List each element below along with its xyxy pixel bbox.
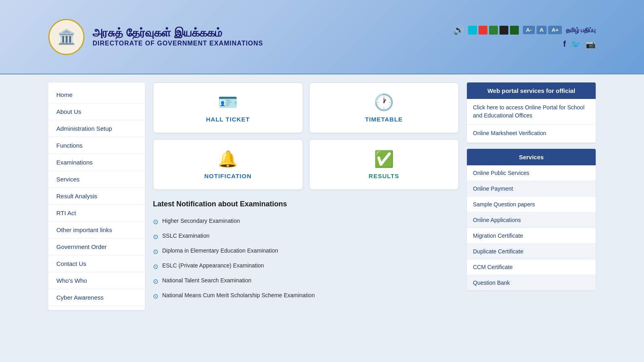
sidebar: Home About Us Administration Setup Funct… bbox=[48, 82, 145, 310]
sidebar-item-contact-us[interactable]: Contact Us bbox=[48, 255, 145, 272]
font-controls: A- A A+ bbox=[523, 26, 562, 34]
sidebar-item-govt-order[interactable]: Government Order bbox=[48, 239, 145, 255]
portal-link-1[interactable]: Click here to access Online Portal for S… bbox=[467, 99, 596, 125]
notif-item-3[interactable]: ⊙ Diploma in Elementary Education Examin… bbox=[153, 244, 459, 259]
notification-icon: 🔔 bbox=[218, 150, 238, 169]
notif-item-6[interactable]: ⊙ National Means Cum Merit Scholarship S… bbox=[153, 289, 459, 304]
sidebar-item-functions[interactable]: Functions bbox=[48, 137, 145, 154]
service-online-public[interactable]: Online Public Services bbox=[467, 165, 596, 181]
results-icon: ✅ bbox=[374, 150, 394, 169]
service-question-bank[interactable]: Question Bank bbox=[467, 275, 596, 290]
tamil-language-button[interactable]: தமிழ் பதிப்பு bbox=[566, 27, 596, 34]
results-card[interactable]: ✅ RESULTS bbox=[309, 139, 459, 190]
facebook-icon[interactable]: f bbox=[563, 39, 566, 49]
notification-card[interactable]: 🔔 NOTIFICATION bbox=[153, 139, 303, 190]
services-section: Services Online Public Services Online P… bbox=[467, 149, 596, 290]
notifications-section: Latest Notification about Examinations ⊙… bbox=[153, 200, 459, 304]
web-portal-section: Web portal services for official Click h… bbox=[467, 82, 596, 143]
notif-icon-1: ⊙ bbox=[153, 218, 158, 226]
color-dark-green[interactable] bbox=[489, 26, 498, 35]
sidebar-item-other-links[interactable]: Other important links bbox=[48, 222, 145, 239]
color-green[interactable] bbox=[510, 26, 519, 35]
notif-icon-4: ⊙ bbox=[153, 263, 158, 270]
sidebar-item-admin-setup[interactable]: Administration Setup bbox=[48, 120, 145, 137]
notifications-heading: Latest Notification about Examinations bbox=[153, 200, 459, 208]
notif-text-2: SSLC Examination bbox=[162, 232, 210, 239]
font-increase-button[interactable]: A+ bbox=[548, 26, 561, 34]
hall-ticket-card[interactable]: 🪪 HALL TICKET bbox=[153, 82, 303, 133]
notif-icon-2: ⊙ bbox=[153, 233, 158, 241]
hall-ticket-label: HALL TICKET bbox=[206, 116, 250, 123]
notif-text-4: ESLC (Private Appearance) Examination bbox=[162, 262, 264, 269]
timetable-card[interactable]: 🕐 TIMETABLE bbox=[309, 82, 459, 133]
notif-text-1: Higher Secondary Examination bbox=[162, 218, 240, 224]
notification-label: NOTIFICATION bbox=[204, 173, 252, 179]
twitter-icon[interactable]: 🐦 bbox=[571, 39, 581, 49]
notif-text-6: National Means Cum Merit Scholarship Sch… bbox=[162, 292, 315, 298]
notif-item-2[interactable]: ⊙ SSLC Examination bbox=[153, 229, 459, 244]
font-normal-button[interactable]: A bbox=[537, 26, 547, 34]
service-migration-certificate[interactable]: Migration Certificate bbox=[467, 228, 596, 244]
portal-link-2[interactable]: Online Marksheet Verification bbox=[467, 125, 596, 143]
web-portal-header: Web portal services for official bbox=[467, 82, 596, 99]
main-container: Home About Us Administration Setup Funct… bbox=[0, 74, 644, 318]
speaker-icon[interactable]: 🔊 bbox=[453, 25, 464, 35]
quick-cards: 🪪 HALL TICKET 🕐 TIMETABLE 🔔 NOTIFICATION… bbox=[153, 82, 459, 190]
color-black[interactable] bbox=[500, 26, 508, 35]
service-sample-questions[interactable]: Sample Question papers bbox=[467, 197, 596, 212]
timetable-icon: 🕐 bbox=[374, 93, 394, 112]
color-squares bbox=[468, 26, 519, 35]
notif-text-5: National Talent Search Examination bbox=[162, 277, 252, 284]
service-duplicate-certificate[interactable]: Duplicate Certificate bbox=[467, 244, 596, 259]
sidebar-item-services[interactable]: Services bbox=[48, 171, 145, 188]
content-area: 🪪 HALL TICKET 🕐 TIMETABLE 🔔 NOTIFICATION… bbox=[145, 82, 467, 310]
notif-item-5[interactable]: ⊙ National Talent Search Examination bbox=[153, 274, 459, 289]
notif-item-1[interactable]: ⊙ Higher Secondary Examination bbox=[153, 214, 459, 229]
sidebar-item-about-us[interactable]: About Us bbox=[48, 103, 145, 120]
sidebar-item-cyber-awareness[interactable]: Cyber Awareness bbox=[48, 289, 145, 306]
social-icons: f 🐦 📷 bbox=[563, 39, 596, 49]
notif-icon-3: ⊙ bbox=[153, 248, 158, 255]
header-controls: 🔊 A- A A+ தமிழ் பதிப்பு bbox=[453, 25, 596, 35]
notif-item-4[interactable]: ⊙ ESLC (Private Appearance) Examination bbox=[153, 259, 459, 274]
english-title: DIRECTORATE OF GOVERNMENT EXAMINATIONS bbox=[93, 40, 263, 47]
sidebar-item-rti-act[interactable]: RTI Act bbox=[48, 205, 145, 222]
font-decrease-button[interactable]: A- bbox=[523, 26, 535, 34]
instagram-icon[interactable]: 📷 bbox=[586, 39, 596, 49]
service-online-applications[interactable]: Online Applications bbox=[467, 212, 596, 228]
header: 🏛️ அரசுத் தேர்வுகள் இயக்ககம் DIRECTORATE… bbox=[0, 0, 644, 74]
hall-ticket-icon: 🪪 bbox=[218, 93, 238, 112]
notif-icon-5: ⊙ bbox=[153, 278, 158, 285]
notif-icon-6: ⊙ bbox=[153, 292, 158, 300]
sidebar-item-result-analysis[interactable]: Result Analysis bbox=[48, 188, 145, 205]
sidebar-item-examinations[interactable]: Examinations bbox=[48, 154, 145, 171]
sidebar-item-whos-who[interactable]: Who's Who bbox=[48, 272, 145, 289]
service-online-payment[interactable]: Online Payment bbox=[467, 181, 596, 197]
header-text: அரசுத் தேர்வுகள் இயக்ககம் DIRECTORATE OF… bbox=[93, 27, 263, 47]
service-ccm-certificate[interactable]: CCM Certificate bbox=[467, 259, 596, 275]
notif-text-3: Diploma in Elementary Education Examinat… bbox=[162, 247, 278, 254]
color-red[interactable] bbox=[479, 26, 487, 35]
services-header: Services bbox=[467, 149, 596, 165]
logo: 🏛️ bbox=[48, 19, 85, 55]
tamil-title: அரசுத் தேர்வுகள் இயக்ககம் bbox=[93, 27, 263, 40]
sidebar-item-home[interactable]: Home bbox=[48, 86, 145, 103]
color-cyan[interactable] bbox=[468, 26, 477, 35]
header-left: 🏛️ அரசுத் தேர்வுகள் இயக்ககம் DIRECTORATE… bbox=[48, 19, 263, 55]
header-right: 🔊 A- A A+ தமிழ் பதிப்பு f 🐦 📷 bbox=[453, 25, 596, 49]
right-panel: Web portal services for official Click h… bbox=[467, 82, 596, 310]
timetable-label: TIMETABLE bbox=[365, 116, 403, 123]
results-label: RESULTS bbox=[369, 173, 399, 179]
